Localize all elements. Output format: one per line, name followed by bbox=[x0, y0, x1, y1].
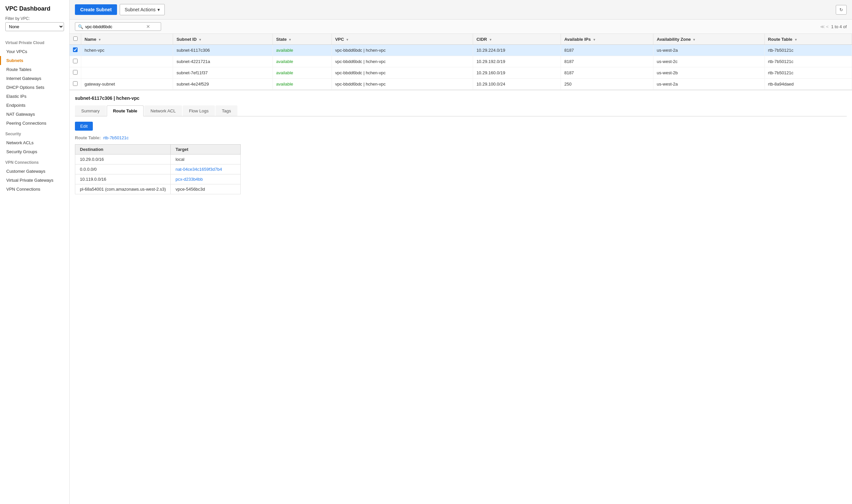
table-cell: hchen-vpc bbox=[81, 45, 173, 56]
row-checkbox[interactable] bbox=[73, 81, 77, 86]
sidebar-item-network-acls[interactable]: Network ACLs bbox=[0, 138, 69, 147]
sort-icon[interactable]: ▾ bbox=[594, 38, 595, 41]
subnet-actions-button[interactable]: Subnet Actions ▾ bbox=[120, 4, 165, 15]
route-row: 10.29.0.0/16local bbox=[75, 155, 241, 164]
table-cell: vpc-bbdd6bdc | hchen-vpc bbox=[331, 67, 473, 78]
search-bar: 🔍 ✕ ≪ < 1 to 4 of bbox=[70, 20, 852, 34]
status-badge: available bbox=[276, 70, 293, 75]
route-destination: 10.29.0.0/16 bbox=[75, 155, 171, 164]
sidebar-item-nat-gateways[interactable]: NAT Gateways bbox=[0, 110, 69, 119]
sidebar-item-vpn-connections[interactable]: VPN Connections bbox=[0, 185, 69, 194]
search-clear-button[interactable]: ✕ bbox=[146, 24, 150, 29]
table-cell: 10.29.192.0/19 bbox=[473, 56, 561, 67]
table-cell: rtb-7b50121c bbox=[764, 56, 852, 67]
table-row[interactable]: hchen-vpcsubnet-6117c306availablevpc-bbd… bbox=[70, 45, 852, 56]
table-cell: us-west-2a bbox=[653, 78, 764, 90]
col-header-route-table: Route Table ▾ bbox=[764, 34, 852, 45]
table-cell: us-west-2c bbox=[653, 56, 764, 67]
row-checkbox-cell bbox=[70, 67, 81, 78]
table-row[interactable]: gateway-subnetsubnet-4e24f529availablevp… bbox=[70, 78, 852, 90]
tab-flow-logs[interactable]: Flow Logs bbox=[183, 105, 215, 116]
sidebar-item-peering-connections[interactable]: Peering Connections bbox=[0, 119, 69, 128]
sidebar-item-your-vpcs[interactable]: Your VPCs bbox=[0, 47, 69, 56]
sort-icon[interactable]: ▾ bbox=[199, 38, 201, 41]
table-cell: available bbox=[273, 56, 332, 67]
table-cell: vpc-bbdd6bdc | hchen-vpc bbox=[331, 78, 473, 90]
sidebar-section-virtual-private-cloud: Virtual Private Cloud bbox=[0, 36, 69, 47]
route-table-key: Route Table: bbox=[75, 135, 101, 140]
sidebar-section-vpn-connections: VPN Connections bbox=[0, 156, 69, 167]
status-badge: available bbox=[276, 59, 293, 64]
pagination-arrows[interactable]: ≪ < bbox=[820, 24, 829, 29]
sort-icon[interactable]: ▾ bbox=[490, 38, 491, 41]
status-badge: available bbox=[276, 48, 293, 53]
create-subnet-button[interactable]: Create Subnet bbox=[75, 4, 117, 15]
sidebar: VPC Dashboard Filter by VPC: None Virtua… bbox=[0, 0, 70, 504]
table-cell: 10.29.100.0/24 bbox=[473, 78, 561, 90]
refresh-button[interactable]: ↻ bbox=[836, 5, 847, 15]
table-cell: available bbox=[273, 67, 332, 78]
table-cell: available bbox=[273, 45, 332, 56]
row-checkbox[interactable] bbox=[73, 48, 77, 52]
subnet-table: Name ▾Subnet ID ▾State ▾VPC ▾CIDR ▾Avail… bbox=[70, 34, 852, 90]
sort-icon[interactable]: ▾ bbox=[346, 38, 348, 41]
vpc-filter-select[interactable]: None bbox=[5, 22, 64, 31]
tab-summary[interactable]: Summary bbox=[75, 105, 106, 116]
sidebar-item-security-groups[interactable]: Security Groups bbox=[0, 147, 69, 156]
route-col-target: Target bbox=[171, 145, 241, 155]
sort-icon[interactable]: ▾ bbox=[693, 38, 695, 41]
table-cell: rtb-7b50121c bbox=[764, 67, 852, 78]
table-row[interactable]: subnet-7ef11f37availablevpc-bbdd6bdc | h… bbox=[70, 67, 852, 78]
table-cell: vpc-bbdd6bdc | hchen-vpc bbox=[331, 56, 473, 67]
sidebar-item-virtual-private-gateways[interactable]: Virtual Private Gateways bbox=[0, 176, 69, 185]
table-cell: 10.29.160.0/19 bbox=[473, 67, 561, 78]
row-checkbox[interactable] bbox=[73, 59, 77, 63]
table-cell: subnet-4221721a bbox=[173, 56, 273, 67]
sidebar-item-subnets[interactable]: Subnets bbox=[0, 56, 69, 65]
sort-icon[interactable]: ▾ bbox=[99, 38, 101, 41]
table-cell: vpc-bbdd6bdc | hchen-vpc bbox=[331, 45, 473, 56]
subnet-actions-label: Subnet Actions bbox=[125, 7, 156, 12]
pagination-info: ≪ < 1 to 4 of bbox=[820, 24, 847, 29]
route-target-link[interactable]: pcx-d233b4bb bbox=[175, 177, 202, 182]
detail-title: subnet-6117c306 | hchen-vpc bbox=[75, 95, 847, 101]
select-all-checkbox[interactable] bbox=[73, 36, 77, 41]
edit-button[interactable]: Edit bbox=[75, 122, 93, 131]
sidebar-item-dhcp-options-sets[interactable]: DHCP Options Sets bbox=[0, 83, 69, 92]
toolbar: Create Subnet Subnet Actions ▾ ↻ bbox=[70, 0, 852, 20]
route-target[interactable]: pcx-d233b4bb bbox=[171, 175, 241, 184]
main-content: Create Subnet Subnet Actions ▾ ↻ 🔍 ✕ ≪ <… bbox=[70, 0, 852, 504]
row-checkbox-cell bbox=[70, 56, 81, 67]
sort-icon[interactable]: ▾ bbox=[289, 38, 291, 41]
sidebar-item-route-tables[interactable]: Route Tables bbox=[0, 65, 69, 74]
filter-label: Filter by VPC: bbox=[0, 16, 69, 22]
table-cell: rtb-7b50121c bbox=[764, 45, 852, 56]
sidebar-item-customer-gateways[interactable]: Customer Gateways bbox=[0, 167, 69, 176]
route-table-link[interactable]: rtb-7b50121c bbox=[103, 135, 129, 140]
sidebar-item-internet-gateways[interactable]: Internet Gateways bbox=[0, 74, 69, 83]
tab-tags[interactable]: Tags bbox=[216, 105, 237, 116]
tab-route-table[interactable]: Route Table bbox=[107, 105, 144, 116]
table-cell: rtb-8a94daed bbox=[764, 78, 852, 90]
table-cell: subnet-7ef11f37 bbox=[173, 67, 273, 78]
sort-icon[interactable]: ▾ bbox=[795, 38, 797, 41]
route-col-destination: Destination bbox=[75, 145, 171, 155]
col-header-name: Name ▾ bbox=[81, 34, 173, 45]
row-checkbox[interactable] bbox=[73, 70, 77, 75]
table-row[interactable]: subnet-4221721aavailablevpc-bbdd6bdc | h… bbox=[70, 56, 852, 67]
col-header-vpc: VPC ▾ bbox=[331, 34, 473, 45]
search-icon: 🔍 bbox=[78, 24, 83, 29]
search-input[interactable] bbox=[85, 24, 145, 29]
subnet-table-wrap: Name ▾Subnet ID ▾State ▾VPC ▾CIDR ▾Avail… bbox=[70, 34, 852, 90]
table-cell: us-west-2b bbox=[653, 67, 764, 78]
sidebar-section-security: Security bbox=[0, 128, 69, 138]
table-cell: 8187 bbox=[561, 67, 653, 78]
route-target[interactable]: nat-04ce34c1659f3d7b4 bbox=[171, 164, 241, 175]
detail-tabs: SummaryRoute TableNetwork ACLFlow LogsTa… bbox=[75, 105, 847, 116]
route-target-link[interactable]: nat-04ce34c1659f3d7b4 bbox=[175, 167, 222, 172]
tab-network-acl[interactable]: Network ACL bbox=[144, 105, 182, 116]
sidebar-item-endpoints[interactable]: Endpoints bbox=[0, 101, 69, 110]
status-badge: available bbox=[276, 82, 293, 87]
sidebar-item-elastic-ips[interactable]: Elastic IPs bbox=[0, 92, 69, 101]
route-row: 0.0.0.0/0nat-04ce34c1659f3d7b4 bbox=[75, 164, 241, 175]
